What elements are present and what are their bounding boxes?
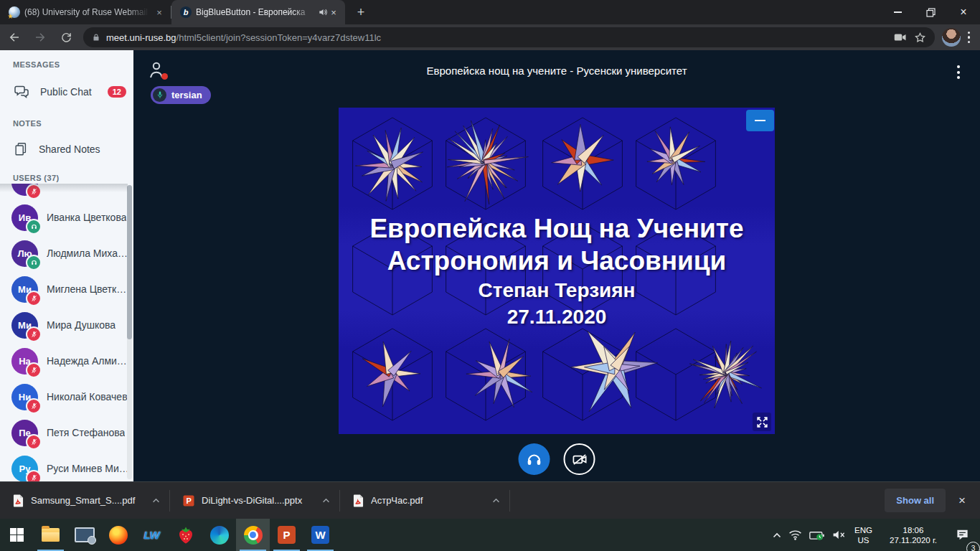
ppt-file-icon: P xyxy=(183,495,194,507)
system-tray: ENG US 18:06 27.11.2020 г. 3 xyxy=(769,519,980,551)
pdf-file-icon xyxy=(353,494,364,507)
user-name: Руси Минев Минев xyxy=(47,463,131,474)
users-header: USERS (37) xyxy=(13,174,60,182)
window-minimize-button[interactable] xyxy=(881,0,914,24)
join-audio-button[interactable] xyxy=(519,443,550,475)
user-list-scrollbar[interactable] xyxy=(127,185,132,479)
fullscreen-button[interactable] xyxy=(753,413,771,431)
powerpoint-icon: P xyxy=(278,526,296,544)
new-tab-button[interactable]: + xyxy=(351,2,371,22)
downloads-close-icon[interactable]: × xyxy=(958,494,966,508)
tab-bbb-close-icon[interactable]: × xyxy=(328,6,339,18)
media-camera-icon[interactable] xyxy=(894,32,907,42)
muted-badge-icon xyxy=(26,434,42,450)
windows-logo-icon xyxy=(10,528,24,542)
taskbar-powerpoint[interactable]: P xyxy=(270,519,303,551)
headphones-icon xyxy=(526,451,543,468)
sidebar-item-public-chat[interactable]: Public Chat 12 xyxy=(9,79,126,105)
user-list-item[interactable]: Ив Иванка Цветкова xyxy=(0,199,133,235)
bookmark-star-icon[interactable] xyxy=(914,32,926,44)
bigbluebutton-app: MESSAGES Public Chat 12 NOTES Shared Not… xyxy=(0,50,980,481)
slide-author: Степан Терзиян xyxy=(339,277,775,303)
tab-webmail[interactable]: (68) University of Ruse Webmail : × xyxy=(0,0,171,24)
user-name: Миглена Цветкова xyxy=(47,283,131,295)
wifi-icon[interactable] xyxy=(785,519,806,551)
talking-indicator[interactable]: tersian xyxy=(151,86,211,104)
scrollbar-thumb[interactable] xyxy=(127,185,132,339)
window-restore-button[interactable] xyxy=(914,0,947,24)
tab-bbb-title: BigBlueButton - Европейска xyxy=(196,7,314,17)
volume-muted-icon[interactable] xyxy=(829,519,849,551)
muted-badge-icon xyxy=(26,470,42,482)
tray-time: 18:06 xyxy=(882,525,944,535)
reload-button[interactable] xyxy=(55,26,77,49)
tab-webmail-close-icon[interactable]: × xyxy=(154,6,165,18)
notification-count-badge: 3 xyxy=(966,542,980,551)
back-button[interactable] xyxy=(3,26,26,49)
monitor-icon xyxy=(75,527,95,542)
battery-vpn-icon[interactable] xyxy=(806,519,829,551)
minimize-presentation-button[interactable] xyxy=(746,110,774,131)
edge-icon xyxy=(210,526,229,545)
muted-badge-icon xyxy=(26,398,42,414)
strawberry-icon xyxy=(177,526,194,545)
window-close-button[interactable]: × xyxy=(947,0,980,24)
taskbar-word[interactable]: W xyxy=(303,519,337,551)
webcam-off-icon xyxy=(571,451,588,468)
presentation-slide[interactable]: Европейска Нощ на Учените Астрономия и Ч… xyxy=(339,108,775,434)
keyboard-layout: US xyxy=(854,535,872,545)
action-center-icon[interactable]: 3 xyxy=(952,519,973,551)
start-button[interactable] xyxy=(0,519,34,551)
folder-icon xyxy=(42,528,60,542)
user-list-item[interactable]: Ру Руси Минев Минев xyxy=(0,451,133,481)
url-path: /html5client/join?sessionToken=y4varz7ds… xyxy=(176,32,887,43)
taskbar-chrome[interactable] xyxy=(236,519,270,551)
user-list-item[interactable]: Ни Николай Ковачев xyxy=(0,379,133,415)
downloads-items: P Samsung_Smart_S....pdf P DiLight-vs-Di… xyxy=(0,482,510,519)
download-chevron-icon[interactable] xyxy=(486,491,505,510)
meeting-title: Европейска нощ на учените - Русенски уни… xyxy=(133,65,980,77)
profile-avatar[interactable] xyxy=(942,28,961,47)
browser-menu-icon[interactable] xyxy=(968,32,971,44)
user-list-item[interactable]: Ми Мира Душкова xyxy=(0,307,133,343)
tray-date: 27.11.2020 г. xyxy=(882,535,944,545)
download-chevron-icon[interactable] xyxy=(146,491,165,510)
user-list[interactable]: Ив Иванка Цветкова Лю Людмила Михайл... … xyxy=(0,184,133,481)
user-list-item[interactable]: Лю Людмила Михайл... xyxy=(0,235,133,271)
options-menu-icon[interactable] xyxy=(954,62,963,82)
share-webcam-button[interactable] xyxy=(564,443,595,475)
chrome-icon xyxy=(244,526,263,545)
slide-title-line2: Астрономия и Часовници xyxy=(339,245,775,277)
user-list-item[interactable]: На Надежда Алмише... xyxy=(0,343,133,379)
download-file-name: DiLight-vs-DiGital....pptx xyxy=(202,495,312,506)
list-scroll-shadow xyxy=(0,184,128,192)
language-indicator[interactable]: ENG US xyxy=(849,525,877,545)
forward-button[interactable] xyxy=(29,26,52,49)
tab-audio-icon[interactable] xyxy=(318,7,328,17)
taskbar-remote-desktop[interactable] xyxy=(67,519,101,551)
taskbar-lw-app[interactable]: LW xyxy=(135,519,169,551)
tab-bigbluebutton[interactable]: b BigBlueButton - Европейска × xyxy=(171,0,345,24)
download-chevron-icon[interactable] xyxy=(316,491,335,510)
sidebar-item-shared-notes[interactable]: Shared Notes xyxy=(9,136,126,162)
user-list-item[interactable]: Ми Миглена Цветкова xyxy=(0,271,133,307)
url-omnibox[interactable]: meet.uni-ruse.bg /html5client/join?sessi… xyxy=(83,27,935,47)
download-item[interactable]: P DiLight-vs-DiGital....pptx xyxy=(170,482,339,519)
browser-tab-bar: (68) University of Ruse Webmail : × b Bi… xyxy=(0,0,980,24)
user-name: Надежда Алмише... xyxy=(47,355,131,367)
slide-date: 27.11.2020 xyxy=(339,303,775,330)
taskbar-file-explorer[interactable] xyxy=(34,519,67,551)
download-item[interactable]: P Samsung_Smart_S....pdf xyxy=(0,482,169,519)
user-list-item[interactable]: Пе Петя Стефанова xyxy=(0,415,133,451)
chat-unread-badge: 12 xyxy=(108,86,126,98)
clock[interactable]: 18:06 27.11.2020 г. xyxy=(877,525,949,545)
tray-chevron-icon[interactable] xyxy=(769,519,785,551)
bbb-main-area: tersian Европейска нощ на учените - Русе… xyxy=(133,50,980,481)
show-all-downloads-button[interactable]: Show all xyxy=(885,489,946,512)
download-item[interactable]: P АстрЧас.pdf xyxy=(340,482,509,519)
taskbar-edge[interactable] xyxy=(202,519,236,551)
lock-icon[interactable] xyxy=(92,32,100,42)
taskbar-strawberry-app[interactable] xyxy=(169,519,202,551)
taskbar-firefox[interactable] xyxy=(101,519,135,551)
download-file-name: АстрЧас.pdf xyxy=(371,495,482,506)
